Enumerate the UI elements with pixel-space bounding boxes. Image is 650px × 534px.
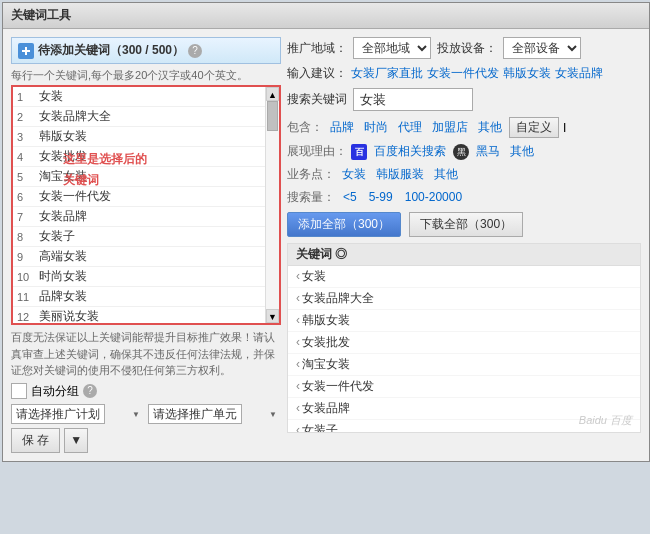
plan-select[interactable]: 请选择推广计划	[11, 404, 105, 424]
scroll-up[interactable]: ▲	[266, 87, 279, 101]
suggest-row: 输入建议： 女装厂家直批 女装一件代发 韩版女装 女装品牌	[287, 65, 641, 82]
action-row: 添加全部（300） 下载全部（300）	[287, 212, 641, 237]
keyword-list-item[interactable]: 3韩版女装	[13, 127, 265, 147]
window-title: 关键词工具	[11, 8, 71, 22]
custom-extra: I	[563, 121, 566, 135]
business-label: 业务点：	[287, 166, 335, 183]
source-baidu[interactable]: 百度相关搜索	[371, 142, 449, 161]
keyword-list-item[interactable]: 4女装批发	[13, 147, 265, 167]
save-btn-row: 保 存 ▼	[11, 428, 281, 453]
auto-group-row: 自动分组 ?	[11, 383, 281, 400]
region-device-row: 推广地域： 全部地域 投放设备： 全部设备	[287, 37, 641, 59]
kw-result-item[interactable]: ‹女装品牌大全	[288, 288, 640, 310]
kw-result-item[interactable]: ‹女装批发	[288, 332, 640, 354]
add-all-button[interactable]: 添加全部（300）	[287, 212, 401, 237]
auto-group-label: 自动分组	[31, 383, 79, 400]
device-label: 投放设备：	[437, 40, 497, 57]
right-panel: 推广地域： 全部地域 投放设备： 全部设备 输入建议： 女装厂家直批 女装一件代…	[287, 37, 641, 453]
section-title: 待添加关键词（300 / 500）	[38, 42, 184, 59]
source-label: 展现理由：	[287, 143, 347, 160]
search-row: 搜索关键词	[287, 88, 641, 111]
baidu-icon: 百	[351, 144, 367, 160]
main-window: 关键词工具 待添加关键词（300 / 500） ? 每行一个关键词,每个最多20…	[2, 2, 650, 462]
custom-button[interactable]: 自定义	[509, 117, 559, 138]
help-icon-1[interactable]: ?	[188, 44, 202, 58]
add-icon	[18, 43, 34, 59]
suggest-label: 输入建议：	[287, 65, 347, 82]
source-other[interactable]: 其他	[507, 142, 537, 161]
include-other[interactable]: 其他	[475, 118, 505, 137]
download-all-button[interactable]: 下载全部（300）	[409, 212, 523, 237]
scroll-down[interactable]: ▼	[266, 309, 279, 323]
search-input[interactable]	[353, 88, 473, 111]
baidu-watermark: Baidu 百度	[579, 413, 632, 428]
keyword-list[interactable]: 1女装2女装品牌大全3韩版女装4女装批发5淘宝女装6女装一件代发7女装品牌8女装…	[13, 87, 265, 323]
suggest-item-2[interactable]: 韩版女装	[503, 65, 551, 82]
include-agent[interactable]: 代理	[395, 118, 425, 137]
keyword-list-item[interactable]: 6女装一件代发	[13, 187, 265, 207]
keyword-list-item[interactable]: 1女装	[13, 87, 265, 107]
volume-label: 搜索量：	[287, 189, 335, 206]
kw-result-item[interactable]: ‹女装	[288, 266, 640, 288]
plan-select-row: 请选择推广计划 请选择推广单元	[11, 404, 281, 424]
suggest-item-1[interactable]: 女装一件代发	[427, 65, 499, 82]
suggest-item-3[interactable]: 女装品牌	[555, 65, 603, 82]
vol-lt5[interactable]: <5	[339, 188, 361, 206]
result-header: 关键词 ◎	[288, 244, 640, 266]
kw-result-item[interactable]: ‹淘宝女装	[288, 354, 640, 376]
business-nüzhuang[interactable]: 女装	[339, 165, 369, 184]
scroll-track	[266, 101, 279, 309]
region-label: 推广地域：	[287, 40, 347, 57]
result-items: ‹女装‹女装品牌大全‹韩版女装‹女装批发‹淘宝女装‹女装一件代发‹女装品牌‹女装…	[288, 266, 640, 433]
keyword-list-item[interactable]: 7女装品牌	[13, 207, 265, 227]
sub-label: 每行一个关键词,每个最多20个汉字或40个英文。	[11, 68, 281, 83]
keyword-list-item[interactable]: 12美丽说女装	[13, 307, 265, 323]
keyword-list-item[interactable]: 8女装子	[13, 227, 265, 247]
kw-result-item[interactable]: ‹女装一件代发	[288, 376, 640, 398]
keyword-list-item[interactable]: 10时尚女装	[13, 267, 265, 287]
keyword-list-item[interactable]: 2女装品牌大全	[13, 107, 265, 127]
keyword-list-item[interactable]: 9高端女装	[13, 247, 265, 267]
plan-select-wrapper: 请选择推广计划	[11, 404, 144, 424]
include-label: 包含：	[287, 119, 323, 136]
include-brand[interactable]: 品牌	[327, 118, 357, 137]
business-row: 业务点： 女装 韩版服装 其他	[287, 165, 641, 184]
scroll-thumb[interactable]	[267, 101, 278, 131]
unit-select-wrapper: 请选择推广单元	[148, 404, 281, 424]
search-label: 搜索关键词	[287, 91, 347, 108]
keyword-list-item[interactable]: 5淘宝女装	[13, 167, 265, 187]
section-header: 待添加关键词（300 / 500） ?	[11, 37, 281, 64]
save-button[interactable]: 保 存	[11, 428, 60, 453]
bottom-notice: 百度无法保证以上关键词能帮提升目标推广效果！请认真审查上述关键词，确保其不违反任…	[11, 329, 281, 379]
business-korean[interactable]: 韩版服装	[373, 165, 427, 184]
keyword-list-item[interactable]: 11品牌女装	[13, 287, 265, 307]
vol-100-20000[interactable]: 100-20000	[401, 188, 466, 206]
suggest-item-0[interactable]: 女装厂家直批	[351, 65, 423, 82]
heima-icon: 黑	[453, 144, 469, 160]
left-panel: 待添加关键词（300 / 500） ? 每行一个关键词,每个最多20个汉字或40…	[11, 37, 281, 453]
scrollbar[interactable]: ▲ ▼	[265, 87, 279, 323]
kw-result-list: 关键词 ◎ ‹女装‹女装品牌大全‹韩版女装‹女装批发‹淘宝女装‹女装一件代发‹女…	[287, 243, 641, 433]
include-fashion[interactable]: 时尚	[361, 118, 391, 137]
keyword-list-container: 1女装2女装品牌大全3韩版女装4女装批发5淘宝女装6女装一件代发7女装品牌8女装…	[11, 85, 281, 325]
region-select[interactable]: 全部地域	[353, 37, 431, 59]
source-heima[interactable]: 黑马	[473, 142, 503, 161]
volume-row: 搜索量： <5 5-99 100-20000	[287, 188, 641, 206]
save-arrow-button[interactable]: ▼	[64, 428, 88, 453]
help-icon-2[interactable]: ?	[83, 384, 97, 398]
vol-5-99[interactable]: 5-99	[365, 188, 397, 206]
kw-result-item[interactable]: ‹韩版女装	[288, 310, 640, 332]
device-select[interactable]: 全部设备	[503, 37, 581, 59]
business-other[interactable]: 其他	[431, 165, 461, 184]
checkbox-auto-group[interactable]	[11, 383, 27, 399]
unit-select[interactable]: 请选择推广单元	[148, 404, 242, 424]
include-franchise[interactable]: 加盟店	[429, 118, 471, 137]
source-row: 展现理由： 百 百度相关搜索 黑 黑马 其他	[287, 142, 641, 161]
title-bar: 关键词工具	[3, 3, 649, 29]
include-row: 包含： 品牌 时尚 代理 加盟店 其他 自定义 I	[287, 117, 641, 138]
